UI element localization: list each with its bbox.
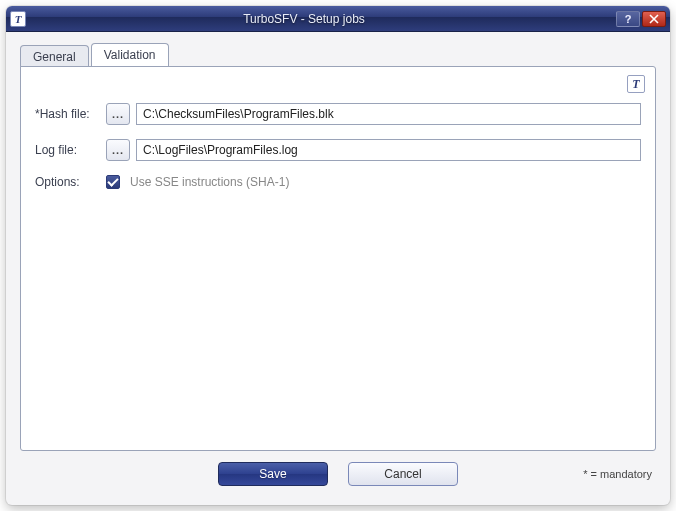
mandatory-note: * = mandatory [583,468,652,480]
body-area: General Validation T *Hash file: ... Log… [6,32,670,505]
log-file-row: Log file: ... [35,139,641,161]
footer: Save Cancel * = mandatory [20,451,656,497]
hash-file-label: *Hash file: [35,107,100,121]
close-icon [649,14,659,24]
options-label: Options: [35,175,100,189]
log-file-browse-button[interactable]: ... [106,139,130,161]
log-file-label: Log file: [35,143,100,157]
help-button[interactable]: ? [616,11,640,27]
panel-logo-icon: T [627,75,645,93]
titlebar: T TurboSFV - Setup jobs ? [6,6,670,32]
hash-file-row: *Hash file: ... [35,103,641,125]
tab-general[interactable]: General [20,45,89,67]
tab-validation[interactable]: Validation [91,43,169,66]
tabs-row: General Validation [20,42,656,66]
hash-file-input[interactable] [136,103,641,125]
validation-panel: T *Hash file: ... Log file: ... Options:… [20,66,656,451]
window-controls: ? [616,11,666,27]
cancel-button[interactable]: Cancel [348,462,458,486]
form: *Hash file: ... Log file: ... Options: U… [35,103,641,189]
close-button[interactable] [642,11,666,27]
options-row: Options: Use SSE instructions (SHA-1) [35,175,641,189]
window-frame: T TurboSFV - Setup jobs ? General Valida… [6,6,670,505]
save-button[interactable]: Save [218,462,328,486]
use-sse-checkbox[interactable] [106,175,120,189]
use-sse-label: Use SSE instructions (SHA-1) [130,175,289,189]
log-file-input[interactable] [136,139,641,161]
hash-file-browse-button[interactable]: ... [106,103,130,125]
window-title: TurboSFV - Setup jobs [6,12,616,26]
